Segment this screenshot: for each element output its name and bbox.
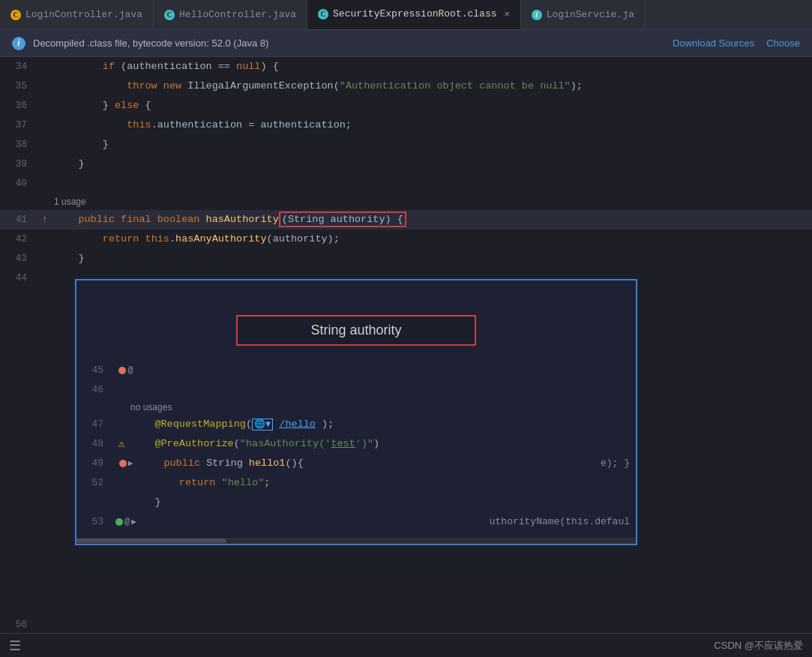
tab-login-service[interactable]: i LoginServcie.ja — [521, 0, 646, 29]
line-code-42: return this.hasAnyAuthority(authority); — [54, 230, 812, 249]
line-num-43: 43 — [0, 249, 36, 268]
tab-label-login-service: LoginServcie.ja — [547, 9, 634, 20]
popup-line-num-45: 45 — [76, 361, 112, 380]
line-code-39: } — [54, 154, 812, 174]
tab-login-controller[interactable]: C LoginController.java — [0, 0, 154, 29]
code-line-56: 56 — [0, 615, 812, 633]
dot-green-53 — [115, 518, 123, 526]
at-icon-45: @ — [127, 361, 133, 380]
popup-line-num-46: 46 — [76, 380, 112, 400]
line-code-41: public final boolean hasAuthority(String… — [54, 210, 812, 230]
popup-no-usages: no usages — [76, 400, 636, 415]
gutter-41: ↑ — [36, 210, 54, 230]
tab-close-security-expression[interactable]: ✕ — [505, 8, 510, 20]
popup-line-46: 46 — [76, 380, 636, 400]
code-line-43: 43 } — [0, 249, 812, 268]
popup-right-49: e); } — [601, 454, 630, 473]
line-code-35: throw new IllegalArgumentException("Auth… — [54, 76, 812, 96]
line-num-39: 39 — [0, 154, 36, 174]
tab-security-expression[interactable]: C SecurityExpressionRoot.class ✕ — [307, 0, 521, 29]
popup-code-48: @PreAuthorize("hasAuthority('test')") — [130, 434, 636, 454]
line-num-36: 36 — [0, 96, 36, 116]
arrow-up-icon: ↑ — [42, 210, 48, 230]
globe-icon: 🌐▼ — [252, 418, 273, 430]
tab-label-security-expression: SecurityExpressionRoot.class — [333, 8, 496, 20]
tab-bar: C LoginController.java C HelloController… — [0, 0, 812, 30]
menu-icon[interactable]: ☰ — [9, 638, 21, 654]
code-line-35: 35 throw new IllegalArgumentException("A… — [0, 76, 812, 96]
usage-label-41: 1 usage — [0, 194, 812, 210]
line-num-56: 56 — [0, 615, 36, 633]
code-area: 34 if (authentication == null) { 35 thro… — [0, 57, 812, 633]
popup-line-num-47: 47 — [76, 415, 112, 434]
status-bar: ☰ CSDN @不应该热爱 — [0, 633, 812, 657]
popup-line-num-49: 49 — [76, 454, 112, 473]
popup-right-53: uthorityName(this.defaul — [490, 512, 630, 532]
line-num-40: 40 — [0, 174, 36, 194]
code-line-40: 40 — [0, 174, 812, 194]
warning-icon-48: ⚠ — [118, 434, 124, 454]
dot-red-49 — [119, 460, 127, 467]
usage-count: 1 usage — [54, 196, 86, 207]
tab-label-hello-controller: HelloController.java — [179, 9, 296, 20]
line-num-37: 37 — [0, 116, 36, 135]
line-code-43: } — [54, 249, 812, 268]
popup-line-47: 47 @RequestMapping(🌐▼ /hello ); — [76, 415, 636, 434]
popup-line-close: } — [76, 493, 636, 512]
scrollbar-thumb[interactable] — [76, 538, 226, 543]
code-line-42: 42 return this.hasAnyAuthority(authority… — [0, 230, 812, 249]
popup-line-52: 52 return "hello"; — [76, 473, 636, 493]
popup-line-48: 48 ⚠ @PreAuthorize("hasAuthority('test')… — [76, 434, 636, 454]
popup-gutter-49: ▶ — [112, 454, 139, 473]
popup-line-45: 45 @ — [76, 361, 636, 380]
editor: 34 if (authentication == null) { 35 thro… — [0, 57, 812, 633]
popup-gutter-53: @ ▶ — [112, 512, 139, 532]
tooltip-container: String authority — [76, 280, 636, 358]
download-sources-button[interactable]: Download Sources — [673, 38, 754, 49]
popup-gutter-45: @ — [112, 361, 139, 380]
line-num-34: 34 — [0, 57, 36, 76]
arrow-right-53: ▶ — [131, 512, 136, 532]
popup-code-close: } — [130, 493, 636, 512]
line-code-38: } — [54, 135, 812, 154]
line-code-37: this.authentication = authentication; — [54, 116, 812, 135]
status-right-text: CSDN @不应该热爱 — [714, 639, 803, 652]
hello-link: /hello — [279, 418, 316, 430]
code-line-38: 38 } — [0, 135, 812, 154]
popup-code-49: public String hello1(){ — [139, 454, 636, 473]
choose-button[interactable]: Choose — [766, 38, 800, 49]
line-code-36: } else { — [54, 96, 812, 116]
tooltip-text: String authority — [310, 322, 401, 338]
line-num-41: 41 — [0, 210, 36, 230]
tab-label-login-controller: LoginController.java — [25, 9, 142, 20]
popup-line-num-53: 53 — [76, 512, 112, 532]
info-actions: Download Sources Choose — [673, 38, 800, 49]
info-text: Decompiled .class file, bytecode version… — [33, 38, 673, 49]
tab-icon-login-service: i — [532, 10, 542, 20]
line-num-42: 42 — [0, 230, 36, 249]
no-usages-text: no usages — [130, 402, 172, 412]
tooltip-box: String authority — [236, 315, 476, 346]
info-icon: i — [12, 37, 25, 50]
line-num-44: 44 — [0, 268, 36, 288]
dot-red-45 — [118, 367, 126, 374]
horizontal-scrollbar[interactable] — [76, 538, 636, 544]
popup-code-52: return "hello"; — [130, 473, 636, 493]
popup-code: 45 @ 46 no usa — [76, 358, 636, 538]
tab-hello-controller[interactable]: C HelloController.java — [154, 0, 307, 29]
info-bar: i Decompiled .class file, bytecode versi… — [0, 30, 812, 57]
popup-line-49: 49 ▶ public String hello1(){ e); } — [76, 454, 636, 473]
code-line-34: 34 if (authentication == null) { — [0, 57, 812, 76]
code-line-39: 39 } — [0, 154, 812, 174]
code-line-37: 37 this.authentication = authentication; — [0, 116, 812, 135]
code-line-41: 41 ↑ public final boolean hasAuthority(S… — [0, 210, 812, 230]
arrow-right-49: ▶ — [128, 454, 133, 473]
popup-line-num-48: 48 — [76, 434, 112, 454]
tab-icon-hello-controller: C — [164, 10, 175, 20]
tab-icon-security-expression: C — [318, 9, 328, 20]
at-icon-53: @ — [124, 512, 130, 532]
code-line-36: 36 } else { — [0, 96, 812, 116]
line-num-35: 35 — [0, 76, 36, 96]
line-code-34: if (authentication == null) { — [54, 57, 812, 76]
tab-icon-login-controller: C — [10, 10, 21, 20]
